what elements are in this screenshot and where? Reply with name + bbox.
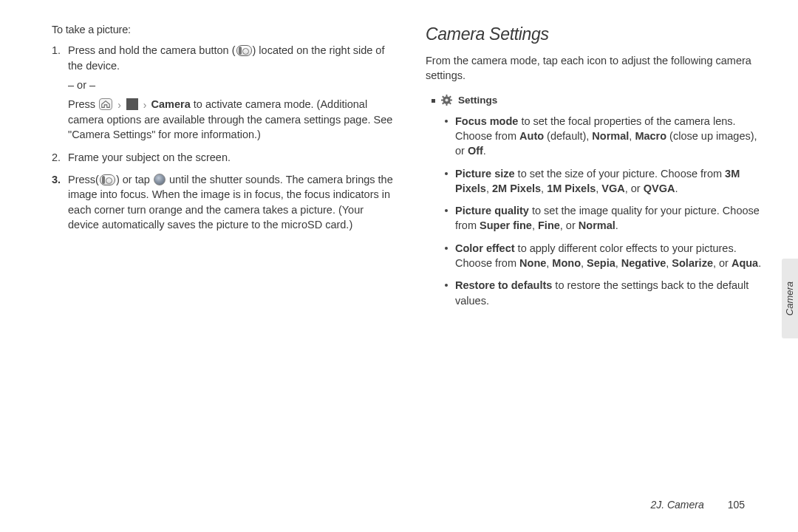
svg-rect-4 <box>441 99 443 100</box>
gear-icon <box>441 95 452 106</box>
setting-color-effect: Color effect to apply different color ef… <box>455 241 768 271</box>
shutter-icon <box>154 174 166 185</box>
page-content: To take a picture: 1. Press and hold the… <box>0 0 798 330</box>
svg-rect-2 <box>446 95 448 97</box>
footer-section: 2J. Camera <box>650 499 703 511</box>
setting-focus-mode: Focus mode to set the focal properties o… <box>455 114 768 159</box>
square-bullet-icon <box>432 99 435 103</box>
steps-list: 1. Press and hold the camera button () l… <box>52 43 395 232</box>
or-separator: – or – <box>68 78 395 92</box>
right-column: Camera Settings From the camera mode, ta… <box>426 22 768 316</box>
settings-intro: From the camera mode, tap each icon to a… <box>426 53 768 83</box>
home-key-icon <box>99 98 112 110</box>
svg-rect-3 <box>446 103 448 106</box>
camera-label: Camera <box>151 98 191 110</box>
setting-picture-size: Picture size to set the size of your pic… <box>455 166 768 197</box>
settings-header: Settings <box>426 94 768 108</box>
step-2: 2. Frame your subject on the screen. <box>68 150 395 165</box>
chevron-icon: › <box>143 99 147 111</box>
left-column: To take a picture: 1. Press and hold the… <box>52 22 395 316</box>
page-number: 105 <box>728 499 745 511</box>
step-text: Frame your subject on the screen. <box>68 151 231 163</box>
step-1-alt: Press › › Camera to activate camera mode… <box>68 97 395 143</box>
step-3: 3. Press() or tap until the shutter soun… <box>68 172 395 232</box>
take-picture-intro: To take a picture: <box>52 22 395 37</box>
side-tab-label: Camera <box>783 282 797 316</box>
svg-rect-5 <box>450 99 452 100</box>
setting-restore-defaults: Restore to defaults to restore the setti… <box>455 278 768 308</box>
step-text: Press and hold the camera button () loca… <box>68 44 384 71</box>
chevron-icon: › <box>117 99 121 111</box>
camera-settings-heading: Camera Settings <box>426 22 768 46</box>
step-num: 1. <box>52 43 61 58</box>
page-footer: 2J. Camera 105 <box>650 498 745 513</box>
step-text: Press() or tap until the shutter sounds.… <box>68 174 393 231</box>
step-num: 3. <box>52 172 61 187</box>
camera-button-icon <box>236 45 252 56</box>
setting-picture-quality: Picture quality to set the image quality… <box>455 203 768 233</box>
settings-list: Focus mode to set the focal properties o… <box>426 114 768 308</box>
step-1: 1. Press and hold the camera button () l… <box>68 43 395 142</box>
apps-grid-icon <box>126 98 138 110</box>
camera-button-icon <box>100 174 115 185</box>
section-side-tab: Camera <box>782 259 798 338</box>
step-num: 2. <box>52 150 61 165</box>
settings-label: Settings <box>458 94 497 108</box>
svg-point-1 <box>445 98 448 101</box>
